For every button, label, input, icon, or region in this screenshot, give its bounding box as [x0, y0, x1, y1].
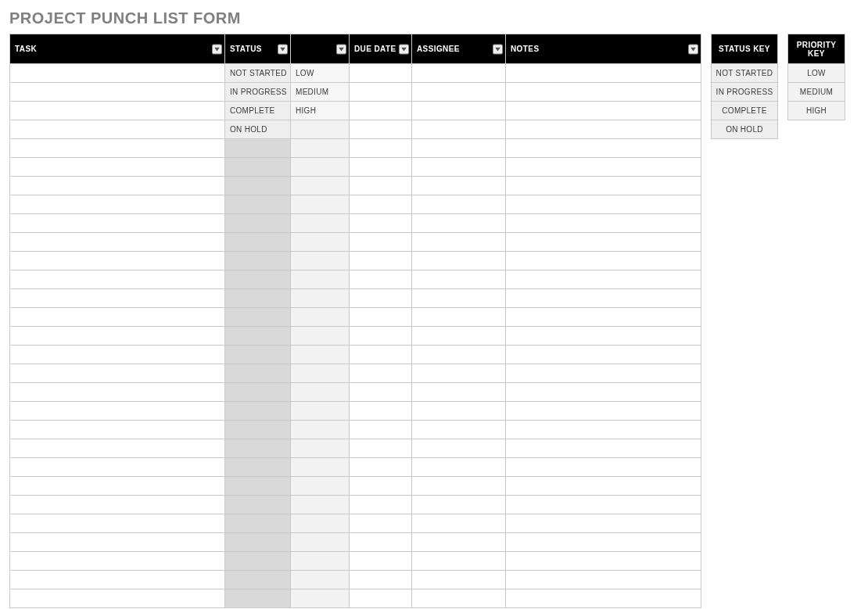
- cell-task[interactable]: [10, 533, 225, 552]
- cell-assignee[interactable]: [412, 195, 506, 214]
- cell-due-date[interactable]: [350, 477, 412, 496]
- cell-notes[interactable]: [506, 402, 701, 421]
- cell-status[interactable]: [225, 195, 291, 214]
- cell-task[interactable]: [10, 439, 225, 458]
- cell-due-date[interactable]: [350, 589, 412, 608]
- cell-notes[interactable]: [506, 120, 701, 139]
- cell-notes[interactable]: [506, 252, 701, 270]
- cell-status[interactable]: [225, 252, 291, 270]
- cell-priority[interactable]: [291, 139, 350, 158]
- cell-assignee[interactable]: [412, 458, 506, 477]
- cell-due-date[interactable]: [350, 514, 412, 533]
- cell-priority[interactable]: [291, 158, 350, 177]
- cell-assignee[interactable]: [412, 439, 506, 458]
- cell-priority[interactable]: [291, 346, 350, 364]
- cell-priority[interactable]: LOW: [291, 64, 350, 83]
- cell-task[interactable]: [10, 496, 225, 514]
- cell-task[interactable]: [10, 383, 225, 402]
- cell-due-date[interactable]: [350, 83, 412, 102]
- cell-task[interactable]: [10, 402, 225, 421]
- cell-assignee[interactable]: [412, 64, 506, 83]
- cell-notes[interactable]: [506, 233, 701, 252]
- cell-task[interactable]: [10, 364, 225, 383]
- cell-assignee[interactable]: [412, 364, 506, 383]
- cell-status[interactable]: [225, 458, 291, 477]
- cell-priority[interactable]: HIGH: [291, 102, 350, 120]
- cell-due-date[interactable]: [350, 214, 412, 233]
- cell-notes[interactable]: [506, 270, 701, 289]
- filter-button-assignee[interactable]: [493, 44, 503, 54]
- cell-due-date[interactable]: [350, 364, 412, 383]
- cell-status[interactable]: COMPLETE: [225, 102, 291, 120]
- cell-status[interactable]: NOT STARTED: [225, 64, 291, 83]
- cell-due-date[interactable]: [350, 270, 412, 289]
- cell-status[interactable]: [225, 496, 291, 514]
- cell-status[interactable]: [225, 439, 291, 458]
- filter-button-notes[interactable]: [688, 44, 698, 54]
- cell-status[interactable]: [225, 177, 291, 195]
- cell-due-date[interactable]: [350, 458, 412, 477]
- cell-notes[interactable]: [506, 458, 701, 477]
- cell-priority[interactable]: [291, 308, 350, 327]
- cell-due-date[interactable]: [350, 139, 412, 158]
- cell-task[interactable]: [10, 458, 225, 477]
- cell-due-date[interactable]: [350, 571, 412, 589]
- cell-task[interactable]: [10, 270, 225, 289]
- cell-priority[interactable]: [291, 214, 350, 233]
- cell-status[interactable]: [225, 571, 291, 589]
- cell-status[interactable]: [225, 383, 291, 402]
- cell-priority[interactable]: [291, 533, 350, 552]
- cell-priority[interactable]: [291, 195, 350, 214]
- cell-due-date[interactable]: [350, 383, 412, 402]
- cell-priority[interactable]: [291, 552, 350, 571]
- cell-assignee[interactable]: [412, 514, 506, 533]
- cell-priority[interactable]: [291, 514, 350, 533]
- cell-task[interactable]: [10, 552, 225, 571]
- cell-assignee[interactable]: [412, 308, 506, 327]
- cell-task[interactable]: [10, 83, 225, 102]
- cell-due-date[interactable]: [350, 64, 412, 83]
- cell-assignee[interactable]: [412, 139, 506, 158]
- cell-due-date[interactable]: [350, 421, 412, 439]
- cell-assignee[interactable]: [412, 102, 506, 120]
- cell-due-date[interactable]: [350, 102, 412, 120]
- cell-task[interactable]: [10, 120, 225, 139]
- cell-notes[interactable]: [506, 589, 701, 608]
- cell-notes[interactable]: [506, 496, 701, 514]
- cell-priority[interactable]: [291, 496, 350, 514]
- cell-assignee[interactable]: [412, 346, 506, 364]
- cell-priority[interactable]: [291, 458, 350, 477]
- cell-due-date[interactable]: [350, 233, 412, 252]
- cell-due-date[interactable]: [350, 289, 412, 308]
- cell-priority[interactable]: [291, 421, 350, 439]
- cell-assignee[interactable]: [412, 552, 506, 571]
- cell-notes[interactable]: [506, 571, 701, 589]
- cell-priority[interactable]: [291, 364, 350, 383]
- cell-task[interactable]: [10, 139, 225, 158]
- cell-assignee[interactable]: [412, 233, 506, 252]
- cell-priority[interactable]: [291, 252, 350, 270]
- cell-priority[interactable]: [291, 477, 350, 496]
- cell-task[interactable]: [10, 346, 225, 364]
- cell-status[interactable]: ON HOLD: [225, 120, 291, 139]
- cell-priority[interactable]: [291, 589, 350, 608]
- cell-status[interactable]: [225, 421, 291, 439]
- cell-notes[interactable]: [506, 139, 701, 158]
- cell-assignee[interactable]: [412, 120, 506, 139]
- cell-due-date[interactable]: [350, 533, 412, 552]
- cell-assignee[interactable]: [412, 177, 506, 195]
- cell-status[interactable]: [225, 402, 291, 421]
- cell-priority[interactable]: [291, 439, 350, 458]
- cell-due-date[interactable]: [350, 120, 412, 139]
- cell-priority[interactable]: [291, 402, 350, 421]
- cell-due-date[interactable]: [350, 552, 412, 571]
- cell-assignee[interactable]: [412, 589, 506, 608]
- cell-notes[interactable]: [506, 289, 701, 308]
- cell-notes[interactable]: [506, 308, 701, 327]
- cell-assignee[interactable]: [412, 477, 506, 496]
- cell-due-date[interactable]: [350, 327, 412, 346]
- cell-notes[interactable]: [506, 439, 701, 458]
- cell-notes[interactable]: [506, 177, 701, 195]
- cell-status[interactable]: [225, 289, 291, 308]
- cell-assignee[interactable]: [412, 421, 506, 439]
